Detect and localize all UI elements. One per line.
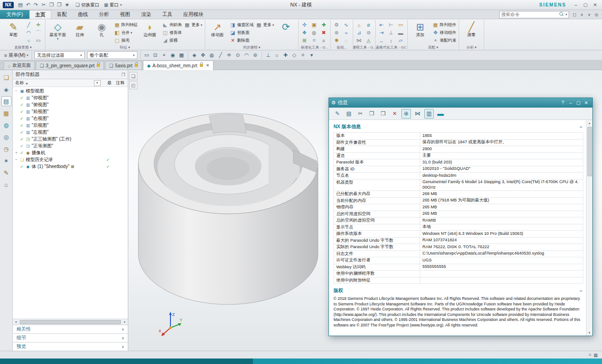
ribbon-button-small[interactable]: ◣ 倒斜角 ▾	[161, 21, 183, 29]
document-tab[interactable]: ⌂ 欢迎页面 ✕	[4, 61, 35, 70]
info-titlebar[interactable]: ⚙ 信息 ?–▢✕	[329, 98, 592, 108]
ribbon-button-small[interactable]: ✚ ▾	[319, 21, 329, 29]
selection-icon[interactable]: ╱	[216, 51, 225, 60]
ribbon-button-small[interactable]: ⋈ ▾	[355, 37, 364, 44]
tree-checkmark[interactable]: ✓	[19, 130, 25, 135]
selection-icon[interactable]: ▾	[307, 51, 316, 60]
tree-row[interactable]: ✓ ▥ "前视图"	[13, 108, 128, 115]
ribbon-button-small[interactable]: ◫ 修剪体 ▾	[161, 29, 183, 37]
reuse-library-icon[interactable]: ▦	[1, 108, 11, 118]
selection-icon[interactable]: ○	[273, 51, 281, 60]
collapse-icon[interactable]: −	[580, 288, 582, 293]
crosshair-icon[interactable]: ⊕	[401, 109, 411, 119]
ribbon-button-small[interactable]: ⌗ ▾	[310, 37, 319, 44]
close-button[interactable]: ✕	[591, 1, 599, 9]
ribbon-button-small[interactable]: ↔ ▾	[377, 37, 387, 44]
ribbon-button-small[interactable]: ⌖ 装配约束 ▾	[431, 37, 457, 44]
selection-icon[interactable]: ◍	[208, 51, 216, 60]
part-inner-step[interactable]	[207, 157, 250, 180]
ribbon-button-small[interactable]: ≈ ▾	[342, 29, 351, 37]
tree-checkmark[interactable]: ✓	[19, 164, 25, 169]
ribbon-button-small[interactable]: ⊘ ▾	[364, 29, 374, 37]
selection-icon[interactable]: ⊚	[251, 51, 260, 60]
info-scrollbar[interactable]: ▴ ▾	[586, 120, 592, 336]
ribbon-collapse-icon[interactable]: ∧	[578, 11, 586, 18]
ribbon-button-small[interactable]: ✛ ▾	[34, 21, 44, 29]
navigator-column-header[interactable]: 名称 ▲ ▼ 最 注释	[13, 79, 128, 87]
ribbon-button-small[interactable]: ✕ 删除面 ▾	[229, 37, 255, 44]
view-tool-icon-bottom[interactable]: ◰	[129, 81, 137, 89]
ribbon-button-small[interactable]: ○ ▾	[24, 37, 34, 44]
ribbon-button-large[interactable]: ◇ 基准平面 ▾	[47, 20, 69, 40]
ribbon-tab[interactable]: 应用模块	[178, 10, 209, 19]
history-icon[interactable]: ◷	[1, 144, 11, 154]
selection-icon[interactable]: ⊥	[264, 51, 273, 60]
tree-row[interactable]: ✓ ◆ 体 (1) "Sheetbody" ▦ ✓	[13, 163, 128, 170]
ribbon-expand-icon[interactable]: ∨	[586, 11, 593, 18]
system-scenes-icon[interactable]: ⌂	[1, 179, 11, 190]
ribbon-group-label[interactable]: 装配 ▾	[408, 45, 459, 49]
ribbon-tab[interactable]: 主页	[29, 10, 51, 19]
column-name[interactable]: 名称	[15, 80, 24, 86]
ribbon-button-large[interactable]: ⟳ ▾	[275, 20, 297, 33]
ribbon-group-label[interactable]: 直接草图 ▾	[1, 45, 45, 49]
tree-row[interactable]: ✓ ▥ "俯视图"	[13, 101, 128, 108]
selection-icon[interactable]: ◉	[169, 51, 177, 60]
collapse-section-icon[interactable]: ▬	[436, 109, 445, 119]
ribbon-button-small[interactable]: ◨ 偏置区域 ▾	[229, 21, 255, 29]
constraint-navigator-icon[interactable]: ◈	[1, 84, 11, 94]
ribbon-button-small[interactable]: ⇤ ▾	[377, 21, 387, 29]
horizontal-scrollbar[interactable]: ◂ ▸	[13, 319, 128, 325]
document-tab[interactable]: ❏ 3_pin_green_square.prt ✕	[36, 61, 104, 70]
ribbon-button-small[interactable]: ⌒ ▾	[34, 29, 44, 37]
assembly-navigator-icon[interactable]: ❏	[1, 72, 11, 82]
section-details[interactable]: 细节 ∨	[13, 333, 128, 342]
ribbon-group-label[interactable]: 尺寸快速格式化工具 - GC 工具箱 ▾	[376, 45, 407, 49]
redo-icon[interactable]: ↷	[32, 1, 40, 9]
ribbon-button-small[interactable]: ⌀ ▾	[364, 21, 374, 29]
tree-checkmark[interactable]: ✓	[19, 103, 25, 107]
ribbon-button-small[interactable]: ▬ ▾	[396, 29, 406, 37]
ribbon-button-large[interactable]: ✎ 草图 ▾	[2, 20, 24, 37]
ribbon-button-small[interactable]: ≡ ▾	[319, 37, 329, 44]
tree-row[interactable]: − ❏ 模型历史记录 ✓	[13, 156, 128, 163]
selection-icon[interactable]: ▦	[177, 51, 186, 60]
tree-expander[interactable]: −	[14, 89, 19, 93]
ribbon-button-small[interactable]: ▣ ▾	[310, 21, 319, 29]
selection-icon[interactable]: ⌗	[299, 51, 307, 60]
ribbon-group-label[interactable]: 建模工具 - G... ▾	[353, 45, 375, 49]
ribbon-button-large[interactable]: ⊞ 添加 ▾	[409, 20, 431, 37]
ribbon-tab[interactable]: 曲线	[72, 10, 93, 19]
part-navigator-icon[interactable]: ▤	[1, 96, 11, 106]
search-dropdown-icon[interactable]: ▾	[565, 13, 567, 16]
ribbon-button-large[interactable]: ◗ 边倒圆 ▾	[139, 20, 161, 37]
ribbon-button-small[interactable]: ▦ 阵列特征 ▾	[113, 21, 139, 29]
sidebar-toggle-icon[interactable]: ◻	[571, 11, 578, 18]
scroll-down-icon[interactable]: ▾	[589, 330, 591, 336]
tab-close-icon[interactable]: ✕	[206, 63, 210, 68]
switch-window-button[interactable]: ❏ 切换窗口 ▾	[76, 2, 99, 8]
help-icon[interactable]: ◎	[593, 11, 600, 18]
ribbon-button-small[interactable]: ⇥ ▾	[377, 29, 387, 37]
ribbon-button-small[interactable]: ∿ ▾	[342, 21, 351, 29]
ribbon-group-label[interactable]: 特征 ▾	[45, 45, 205, 49]
collapse-icon[interactable]: −	[580, 124, 582, 130]
tree-row[interactable]: − ▣ 模型视图	[13, 87, 128, 94]
help-button[interactable]: ?	[559, 100, 567, 105]
process-studio-icon[interactable]: ✶	[1, 156, 11, 166]
paste-icon[interactable]: ❒	[378, 109, 388, 119]
ribbon-button-small[interactable]: ╱ ▾	[24, 21, 34, 29]
column-status[interactable]: 最	[108, 80, 112, 86]
ribbon-button-large[interactable]: ◉ 孔 ▾	[91, 20, 113, 37]
ribbon-button-small[interactable]: ⊛ ▾	[332, 29, 342, 37]
selection-filter-dropdown[interactable]: 无选择过滤器 ▾	[34, 51, 85, 59]
scroll-left-icon[interactable]: ◂	[13, 319, 19, 325]
two-columns-icon[interactable]: ▥	[424, 109, 434, 119]
undo-icon[interactable]: ↶	[24, 1, 32, 9]
tree-checkmark[interactable]: ✓	[19, 96, 25, 100]
section-dependencies[interactable]: 相关性 ∨	[13, 325, 128, 333]
tree-row[interactable]: + ✓ ◉ 摄像机	[13, 149, 128, 156]
orientation-triad[interactable]: Z Y X	[157, 310, 184, 338]
tree-checkmark[interactable]: ✓	[19, 109, 25, 114]
selection-icon[interactable]: ✛	[225, 51, 234, 60]
